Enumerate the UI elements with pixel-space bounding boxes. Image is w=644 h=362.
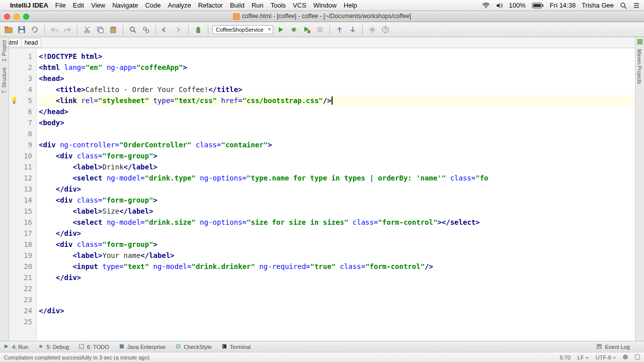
settings-icon[interactable] xyxy=(367,24,378,35)
gutter[interactable]: 12345💡6789101112131415161718192021222324… xyxy=(9,48,37,341)
window-close-button[interactable] xyxy=(4,14,10,20)
sync-icon[interactable] xyxy=(29,24,40,35)
event-log-tab[interactable]: Event Log xyxy=(597,344,630,350)
menu-build[interactable]: Build xyxy=(230,2,245,9)
svg-text:?: ? xyxy=(384,27,387,33)
svg-rect-10 xyxy=(5,27,8,28)
coverage-icon[interactable] xyxy=(301,24,312,35)
notifications-icon[interactable] xyxy=(633,3,640,9)
forward-icon[interactable] xyxy=(173,24,184,35)
macos-menubar: IntelliJ IDEA FileEditViewNavigateCodeAn… xyxy=(0,0,644,11)
checkstyle-tool-tab[interactable]: CheckStyle xyxy=(176,344,212,350)
structure-tool-tab[interactable]: 7: Structure xyxy=(1,64,8,97)
bottom-tool-tabs: 4: Run 5: Debug 6: TODO Java Enterprise … xyxy=(0,341,644,352)
svg-rect-19 xyxy=(99,29,103,33)
terminal-tool-tab[interactable]: Terminal xyxy=(222,344,251,350)
svg-rect-38 xyxy=(120,344,124,348)
editor: 12345💡6789101112131415161718192021222324… xyxy=(9,48,635,341)
window-minimize-button[interactable] xyxy=(14,14,20,20)
user-name[interactable]: Trisha Gee xyxy=(582,2,614,9)
svg-point-0 xyxy=(485,7,486,8)
svg-line-23 xyxy=(134,31,136,33)
save-icon[interactable] xyxy=(16,24,27,35)
svg-point-14 xyxy=(85,31,87,33)
spotlight-icon[interactable] xyxy=(620,2,627,9)
undo-icon[interactable] xyxy=(49,24,60,35)
menu-analyze[interactable]: Analyze xyxy=(168,2,191,9)
replace-icon[interactable] xyxy=(140,24,151,35)
menu-file[interactable]: File xyxy=(55,2,66,9)
menu-code[interactable]: Code xyxy=(145,2,160,9)
menu-window[interactable]: Window xyxy=(313,2,337,9)
svg-rect-40 xyxy=(222,344,226,348)
svg-rect-31 xyxy=(307,30,310,33)
debug-tool-tab[interactable]: 5: Debug xyxy=(38,344,69,350)
todo-tool-tab[interactable]: 6: TODO xyxy=(79,344,109,350)
svg-point-24 xyxy=(143,27,146,30)
wifi-icon[interactable] xyxy=(482,3,490,9)
menu-vcs[interactable]: VCS xyxy=(293,2,306,9)
menu-edit[interactable]: Edit xyxy=(73,2,84,9)
volume-icon[interactable] xyxy=(496,3,503,9)
menu-tools[interactable]: Tools xyxy=(271,2,286,9)
vcs-commit-icon[interactable] xyxy=(347,24,358,35)
open-icon[interactable] xyxy=(3,24,14,35)
svg-rect-12 xyxy=(20,27,23,29)
lock-icon[interactable] xyxy=(635,354,640,360)
stop-icon[interactable] xyxy=(314,24,326,35)
breadcrumb: html head xyxy=(0,37,644,48)
svg-rect-21 xyxy=(112,27,114,28)
svg-line-30 xyxy=(295,28,296,28)
cursor-position[interactable]: 5:70 xyxy=(559,354,570,360)
app-name[interactable]: IntelliJ IDEA xyxy=(10,2,48,9)
inspection-marker[interactable] xyxy=(637,39,642,44)
vcs-update-icon[interactable] xyxy=(334,24,345,35)
line-separator[interactable]: LF ÷ xyxy=(578,354,589,360)
window-zoom-button[interactable] xyxy=(23,14,29,20)
debug-icon[interactable] xyxy=(288,24,299,35)
clock[interactable]: Fri 14:38 xyxy=(550,2,576,9)
build-icon[interactable] xyxy=(193,24,204,35)
left-tool-strip: 1: Project 7: Structure xyxy=(0,37,9,341)
breadcrumb-item[interactable]: head xyxy=(21,38,42,47)
menu-navigate[interactable]: Navigate xyxy=(112,2,138,9)
right-tool-strip: Maven Projects xyxy=(635,37,644,341)
svg-line-29 xyxy=(292,28,292,28)
svg-rect-32 xyxy=(317,27,323,32)
svg-point-26 xyxy=(292,28,296,32)
svg-point-4 xyxy=(621,3,625,7)
svg-rect-2 xyxy=(542,5,543,7)
window-title: coffee.html - [coffee] - coffee - [~/Doc… xyxy=(233,13,411,20)
window-titlebar: coffee.html - [coffee] - coffee - [~/Doc… xyxy=(0,11,644,22)
main-toolbar: CoffeeShopService ? xyxy=(0,22,644,37)
file-icon xyxy=(233,13,240,20)
code-area[interactable]: <!DOCTYPE html><html lang="en" ng-app="c… xyxy=(37,48,635,341)
svg-rect-13 xyxy=(20,30,24,33)
find-icon[interactable] xyxy=(127,24,138,35)
battery-icon[interactable] xyxy=(532,3,544,9)
git-icon[interactable] xyxy=(623,354,628,360)
menu-view[interactable]: View xyxy=(91,2,105,9)
menu-refactor[interactable]: Refactor xyxy=(198,2,223,9)
encoding[interactable]: UTF-8 ÷ xyxy=(596,354,616,360)
run-tool-tab[interactable]: 4: Run xyxy=(4,344,28,350)
maven-tool-tab[interactable]: Maven Projects xyxy=(635,46,643,87)
help-icon[interactable]: ? xyxy=(380,24,391,35)
back-icon[interactable] xyxy=(160,24,171,35)
svg-point-15 xyxy=(88,31,90,33)
jee-tool-tab[interactable]: Java Enterprise xyxy=(119,344,166,350)
svg-point-25 xyxy=(146,30,149,33)
battery-percent: 100% xyxy=(509,2,526,9)
svg-point-36 xyxy=(39,345,42,348)
paste-icon[interactable] xyxy=(108,24,119,35)
svg-point-22 xyxy=(130,27,134,31)
menu-run[interactable]: Run xyxy=(252,2,264,9)
redo-icon[interactable] xyxy=(62,24,73,35)
svg-line-5 xyxy=(624,7,626,9)
menu-help[interactable]: Help xyxy=(344,2,357,9)
project-tool-tab[interactable]: 1: Project xyxy=(1,37,8,64)
run-icon[interactable] xyxy=(275,24,286,35)
run-config-dropdown[interactable]: CoffeeShopService xyxy=(212,25,273,34)
cut-icon[interactable] xyxy=(82,24,93,35)
copy-icon[interactable] xyxy=(95,24,106,35)
